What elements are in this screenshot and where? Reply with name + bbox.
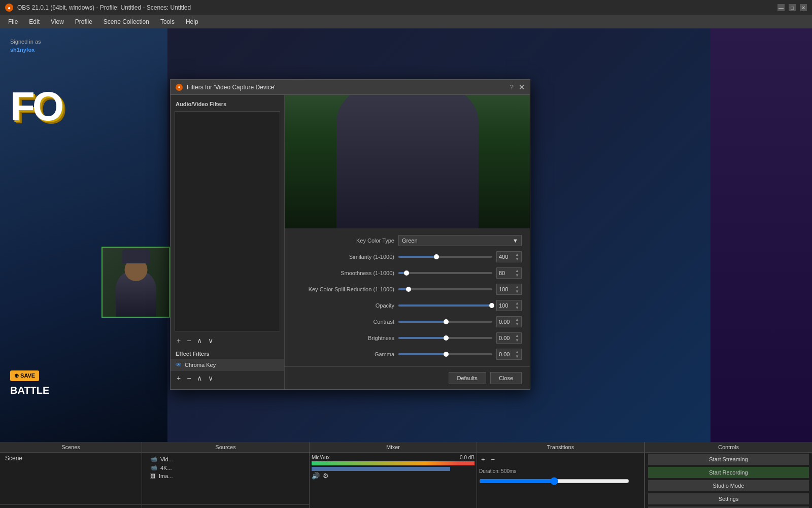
contrast-slider[interactable] xyxy=(398,321,492,323)
close-button[interactable]: ✕ xyxy=(800,4,807,11)
brightness-row: Brightness 0.00 ▲▼ xyxy=(293,332,522,344)
ef-add-button[interactable]: + xyxy=(175,373,183,383)
similarity-thumb[interactable] xyxy=(434,254,439,259)
key-color-type-row: Key Color Type Green ▼ xyxy=(293,234,522,247)
studio-mode-button[interactable]: Studio Mode xyxy=(648,480,809,491)
source-label-2: Ima... xyxy=(159,473,173,479)
source-item-0[interactable]: 📹 Vid... xyxy=(147,455,304,463)
brightness-spinner[interactable]: ▲▼ xyxy=(515,333,519,343)
av-up-button[interactable]: ∧ xyxy=(195,335,204,346)
similarity-label: Similarity (1-1000) xyxy=(293,254,394,260)
start-recording-button[interactable]: Start Recording xyxy=(648,467,809,478)
similarity-slider[interactable] xyxy=(398,256,492,258)
effect-filters-label: Effect Filters xyxy=(171,348,284,359)
contrast-spinner[interactable]: ▲▼ xyxy=(515,317,519,326)
webcam-preview xyxy=(285,95,530,228)
gamma-value[interactable]: 0.00 ▲▼ xyxy=(496,349,522,360)
ef-up-button[interactable]: ∧ xyxy=(195,373,204,383)
spill-spinner[interactable]: ▲▼ xyxy=(515,285,519,294)
chroma-key-label: Chroma Key xyxy=(185,362,216,368)
brightness-slider-container xyxy=(398,337,492,339)
window-controls: — □ ✕ xyxy=(777,4,807,11)
similarity-value[interactable]: 400 ▲▼ xyxy=(496,251,522,262)
contrast-thumb[interactable] xyxy=(444,319,449,324)
start-streaming-button[interactable]: Start Streaming xyxy=(648,454,809,465)
source-icon-2: 🖼 xyxy=(150,473,156,479)
audio-video-filters-list xyxy=(175,111,280,331)
menu-edit[interactable]: Edit xyxy=(24,17,45,27)
menu-profile[interactable]: Profile xyxy=(70,17,97,27)
gamma-slider[interactable] xyxy=(398,353,492,355)
smoothness-thumb[interactable] xyxy=(404,270,409,276)
smoothness-row: Smoothness (1-1000) 80 ▲▼ xyxy=(293,267,522,279)
smoothness-label: Smoothness (1-1000) xyxy=(293,270,394,276)
scenes-content: Scene xyxy=(0,453,142,504)
brightness-slider[interactable] xyxy=(398,337,492,339)
smoothness-slider-container xyxy=(398,272,492,274)
brightness-label: Brightness xyxy=(293,335,394,341)
transition-remove-button[interactable]: − xyxy=(489,455,497,464)
filter-visibility-icon[interactable]: 👁 xyxy=(176,361,182,368)
brightness-value[interactable]: 0.00 ▲▼ xyxy=(496,332,522,344)
smoothness-value[interactable]: 80 ▲▼ xyxy=(496,267,522,279)
menu-file[interactable]: File xyxy=(3,17,23,27)
similarity-track xyxy=(398,256,436,258)
spill-slider[interactable] xyxy=(398,288,492,290)
menu-scene-collection[interactable]: Scene Collection xyxy=(98,17,154,27)
smoothness-spinner[interactable]: ▲▼ xyxy=(515,268,519,278)
contrast-track xyxy=(398,321,446,323)
chroma-key-filter-item[interactable]: 👁 Chroma Key xyxy=(171,359,284,371)
menu-view[interactable]: View xyxy=(46,17,69,27)
av-remove-button[interactable]: − xyxy=(185,335,193,346)
dialog-close-button[interactable]: ✕ xyxy=(519,83,525,91)
menu-help[interactable]: Help xyxy=(181,17,204,27)
opacity-thumb[interactable] xyxy=(489,303,494,308)
mixer-settings-icon[interactable]: ⚙ xyxy=(323,472,329,480)
opacity-slider[interactable] xyxy=(398,304,492,307)
av-add-button[interactable]: + xyxy=(175,335,183,346)
menu-tools[interactable]: Tools xyxy=(155,17,180,27)
settings-button[interactable]: Settings xyxy=(648,493,809,504)
similarity-spinner[interactable]: ▲▼ xyxy=(515,252,519,261)
source-item-2[interactable]: 🖼 Ima... xyxy=(147,472,304,480)
controls-panel: Controls Start Streaming Start Recording… xyxy=(645,442,812,508)
transition-add-button[interactable]: + xyxy=(479,455,487,464)
av-down-button[interactable]: ∨ xyxy=(206,335,215,346)
left-preview: Signed in as sh1nyfox FO ⊕ SAVE BATTLE xyxy=(0,28,167,442)
key-color-type-label: Key Color Type xyxy=(293,238,394,244)
audio-video-filters-actions: + − ∧ ∨ xyxy=(171,333,284,348)
opacity-spinner[interactable]: ▲▼ xyxy=(515,301,519,310)
scene-item[interactable]: Scene xyxy=(5,455,137,462)
right-preview xyxy=(710,28,812,442)
smoothness-slider[interactable] xyxy=(398,272,492,274)
dialog-body: Audio/Video Filters + − ∧ ∨ Effect Filte… xyxy=(171,95,530,389)
gamma-row: Gamma 0.00 ▲▼ xyxy=(293,348,522,360)
spill-thumb[interactable] xyxy=(406,287,411,292)
dialog-icon: ● xyxy=(176,84,183,91)
spill-value[interactable]: 100 ▲▼ xyxy=(496,284,522,295)
volume-bar xyxy=(312,467,450,471)
gamma-spinner[interactable]: ▲▼ xyxy=(515,350,519,359)
source-item-1[interactable]: 📹 4K... xyxy=(147,463,304,472)
mic-audio-label: Mic/Aux 0.0 dB xyxy=(312,455,475,460)
maximize-button[interactable]: □ xyxy=(789,4,796,11)
scenes-panel: Scenes Scene + − ∧ ∨ xyxy=(0,442,142,508)
ef-remove-button[interactable]: − xyxy=(185,373,193,383)
brightness-thumb[interactable] xyxy=(444,335,449,341)
obs-main-area: Signed in as sh1nyfox FO ⊕ SAVE BATTLE ●… xyxy=(0,28,812,508)
characters-bg xyxy=(710,28,812,442)
speaker-icon[interactable]: 🔊 xyxy=(312,472,320,480)
dialog-help-button[interactable]: ? xyxy=(510,83,514,91)
defaults-button[interactable]: Defaults xyxy=(449,372,486,384)
dialog-footer: Defaults Close xyxy=(285,366,530,389)
sources-header: Sources xyxy=(142,442,309,453)
minimize-button[interactable]: — xyxy=(777,4,785,11)
opacity-track xyxy=(398,304,492,307)
gamma-thumb[interactable] xyxy=(444,352,449,357)
key-color-type-dropdown[interactable]: Green ▼ xyxy=(398,235,522,246)
close-dialog-button[interactable]: Close xyxy=(490,372,522,384)
ef-down-button[interactable]: ∨ xyxy=(206,373,215,383)
contrast-value[interactable]: 0.00 ▲▼ xyxy=(496,316,522,327)
opacity-value[interactable]: 100 ▲▼ xyxy=(496,300,522,311)
duration-slider[interactable] xyxy=(479,477,629,485)
